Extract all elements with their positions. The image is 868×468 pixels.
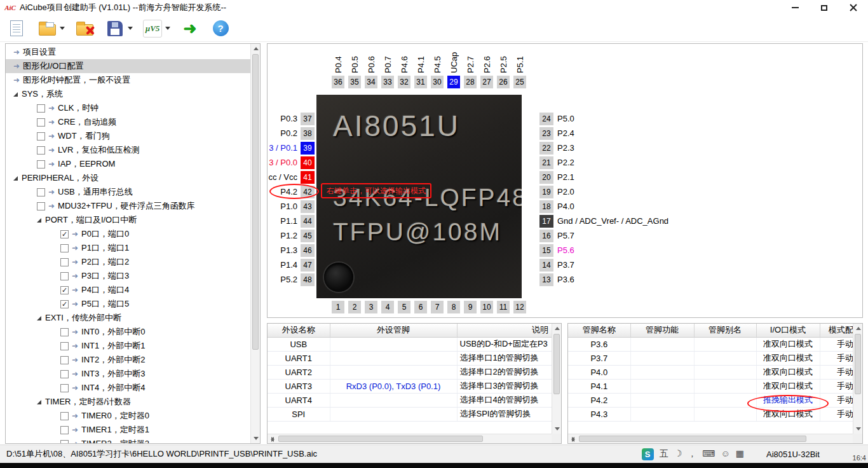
tree-item[interactable]: ➜INT2，外部中断2: [6, 353, 250, 367]
open-in-keil-button[interactable]: µV5: [141, 17, 164, 40]
open-project-button[interactable]: [36, 17, 58, 40]
pin-number[interactable]: 39: [301, 142, 315, 155]
scroll-down-button[interactable]: [251, 434, 260, 443]
column-header[interactable]: 外设管脚: [330, 324, 457, 337]
checkbox[interactable]: [60, 412, 69, 420]
table-row[interactable]: P4.3准双向口模式手动: [568, 407, 863, 421]
checkbox[interactable]: ✓: [60, 286, 69, 294]
pin-vertical-scrollbar[interactable]: [853, 324, 862, 434]
tree-item[interactable]: ✓➜P0口，端口0: [6, 227, 250, 241]
pin-number[interactable]: 41: [301, 171, 315, 184]
cell-io-mode[interactable]: 推挽输出模式: [756, 393, 820, 407]
pin-number[interactable]: 42: [301, 186, 315, 198]
pin-number[interactable]: 47: [301, 259, 315, 272]
table-row[interactable]: P3.6准双向口模式手动: [568, 337, 863, 351]
pin-number[interactable]: 21: [539, 156, 553, 169]
sogou-logo-icon[interactable]: S: [642, 448, 654, 460]
pin-number[interactable]: 26: [497, 76, 510, 88]
pin-number[interactable]: 18: [539, 200, 553, 213]
tree-item[interactable]: ✓➜P4口，端口4: [6, 283, 250, 297]
scrollbar-thumb[interactable]: [579, 436, 806, 442]
tree-item[interactable]: ➜TIMER0，定时器0: [6, 409, 250, 423]
cell-io-mode[interactable]: 准双向口模式: [756, 379, 820, 393]
tree-item[interactable]: ✓➜P5口，端口5: [6, 297, 250, 311]
maximize-button[interactable]: [810, 0, 839, 15]
scrollbar-thumb[interactable]: [855, 334, 861, 394]
pin-number[interactable]: 22: [539, 142, 553, 155]
pin-number[interactable]: 8: [447, 301, 460, 313]
checkbox[interactable]: [60, 258, 69, 266]
checkbox[interactable]: [37, 202, 45, 210]
expand-triangle-icon[interactable]: [37, 316, 41, 320]
table-row[interactable]: P3.7准双向口模式手动: [568, 351, 863, 365]
column-header[interactable]: 管脚名称: [568, 324, 630, 337]
checkbox[interactable]: ✓: [60, 300, 69, 308]
ime-icon[interactable]: ⌨: [702, 448, 715, 458]
pin-number[interactable]: 11: [497, 301, 510, 313]
tree-item[interactable]: ➜CLK，时钟: [6, 101, 250, 115]
checkbox[interactable]: [60, 426, 69, 434]
tree-item[interactable]: EXTI，传统外部中断: [6, 311, 250, 325]
pin-number[interactable]: 20: [539, 171, 553, 184]
pin-number[interactable]: 28: [464, 76, 477, 88]
pin-number[interactable]: 5: [398, 301, 410, 313]
pin-number[interactable]: 24: [539, 113, 553, 125]
tree-item[interactable]: TIMER，定时器/计数器: [6, 395, 250, 409]
tree-item[interactable]: ➜P2口，端口2: [6, 255, 250, 269]
table-row[interactable]: UART3RxD3 (P0.0), TxD3 (P0.1)选择串口3的管脚切换: [268, 379, 562, 393]
keil-dropdown-caret[interactable]: [164, 17, 171, 40]
ime-toolbar[interactable]: S 五☽，⌨☺▦: [642, 448, 750, 460]
pin-number[interactable]: 16: [539, 230, 553, 242]
checkbox[interactable]: [60, 356, 69, 364]
pin-number[interactable]: 35: [348, 76, 361, 88]
pin-number[interactable]: 23: [539, 127, 553, 140]
scroll-up-button[interactable]: [251, 44, 260, 53]
checkbox[interactable]: [37, 118, 45, 127]
expand-triangle-icon[interactable]: [13, 176, 18, 181]
checkbox[interactable]: [37, 160, 45, 169]
table-row[interactable]: P4.2推挽输出模式手动: [568, 393, 863, 407]
tree-item[interactable]: ➜CRE，自动追频: [6, 115, 250, 129]
checkbox[interactable]: [60, 384, 69, 392]
pin-number[interactable]: 19: [539, 186, 553, 198]
checkbox[interactable]: [60, 328, 69, 336]
checkbox[interactable]: ✓: [60, 230, 69, 238]
tree-item[interactable]: ➜TIMER2，定时器2: [6, 437, 250, 443]
pin-number[interactable]: 14: [539, 259, 553, 272]
pin-number[interactable]: 31: [414, 76, 427, 88]
pin-number[interactable]: 3: [365, 301, 377, 313]
scroll-right-button[interactable]: [568, 434, 578, 444]
pin-number[interactable]: 44: [301, 215, 315, 228]
tree-item[interactable]: ➜图形化时钟配置，一般不设置: [6, 73, 250, 87]
scroll-right-button[interactable]: [268, 434, 277, 444]
pin-number[interactable]: 40: [301, 156, 315, 169]
close-project-button[interactable]: [73, 17, 96, 40]
tree-item[interactable]: PORT，端口及I/O口中断: [6, 213, 250, 227]
open-dropdown-caret[interactable]: [58, 17, 65, 40]
new-project-button[interactable]: [5, 17, 28, 40]
cell-io-mode[interactable]: 准双向口模式: [756, 351, 820, 365]
column-header[interactable]: 外设名称: [268, 324, 330, 337]
pin-number[interactable]: 43: [301, 200, 315, 213]
pin-number[interactable]: 29: [447, 76, 460, 88]
pin-number[interactable]: 1: [332, 301, 344, 313]
peripheral-horizontal-scrollbar[interactable]: [268, 434, 552, 443]
column-header[interactable]: 管脚别名: [694, 324, 756, 337]
pin-number[interactable]: 38: [301, 127, 315, 140]
column-header[interactable]: 说明: [457, 324, 562, 337]
pin-number[interactable]: 30: [431, 76, 444, 88]
column-header[interactable]: I/O口模式: [756, 324, 820, 337]
cell-io-mode[interactable]: 准双向口模式: [756, 337, 820, 351]
pin-number[interactable]: 7: [431, 301, 444, 313]
pin-number[interactable]: 45: [301, 230, 315, 242]
checkbox[interactable]: [60, 440, 69, 444]
cell-io-mode[interactable]: 准双向口模式: [756, 407, 820, 421]
checkbox[interactable]: [37, 188, 45, 196]
scroll-down-button[interactable]: [853, 424, 862, 434]
pin-number[interactable]: 34: [365, 76, 377, 88]
pin-number[interactable]: 25: [513, 76, 526, 88]
cell-io-mode[interactable]: 准双向口模式: [756, 365, 820, 379]
pin-number[interactable]: 36: [332, 76, 344, 88]
save-project-button[interactable]: [104, 17, 126, 40]
expand-triangle-icon[interactable]: [13, 92, 18, 97]
